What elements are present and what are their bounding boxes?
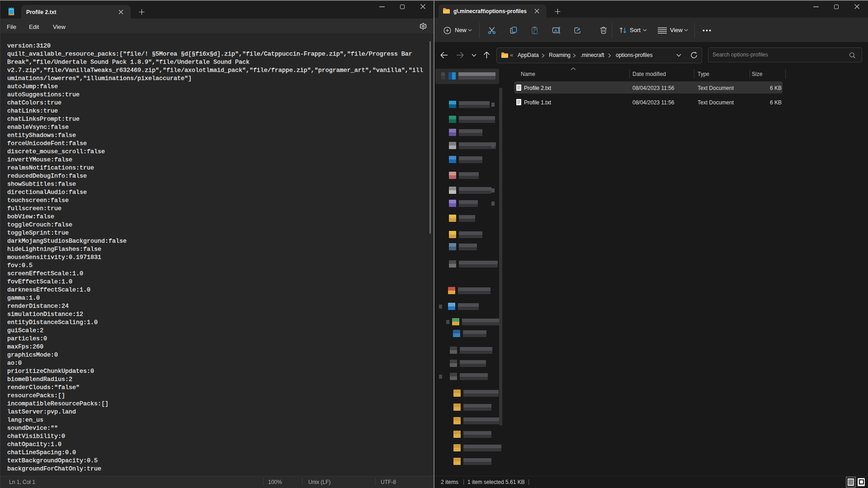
svg-text:A: A xyxy=(554,28,557,33)
